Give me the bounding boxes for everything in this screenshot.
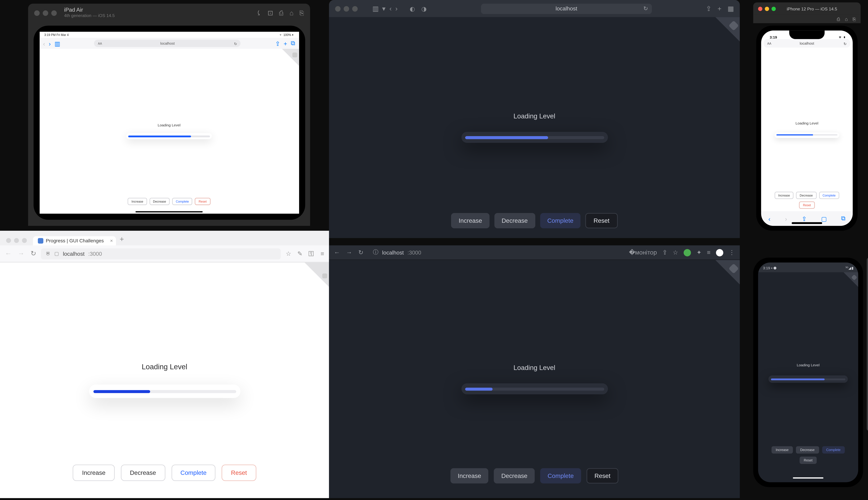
share-icon[interactable]: ⇪ <box>706 4 711 12</box>
text-size-icon[interactable]: AA <box>767 42 771 45</box>
list-icon[interactable]: ≡ <box>707 249 710 256</box>
simulator-toolbar: ⤹ ⊡ ⎙ ⌂ ⎘ <box>256 9 304 17</box>
home-icon[interactable]: ⌂ <box>845 16 848 22</box>
back-icon[interactable]: ← <box>5 250 12 258</box>
share-icon[interactable]: ⇪ <box>802 215 807 222</box>
rotate-icon[interactable]: ⎘ <box>300 9 304 17</box>
complete-button[interactable]: Complete <box>171 465 216 481</box>
sidebar-icon[interactable]: ▥ <box>373 4 378 12</box>
reload-icon[interactable]: ↻ <box>234 41 237 45</box>
site-info-icon[interactable]: ⓘ <box>373 248 378 257</box>
tabs-icon[interactable]: ⧉ <box>291 40 295 47</box>
back-icon[interactable]: ‹ <box>768 215 770 222</box>
increase-button[interactable]: Increase <box>772 446 793 454</box>
contrast-icon[interactable]: ◑ <box>421 5 427 12</box>
dropdown-icon[interactable]: ▾ <box>382 4 386 12</box>
menu-icon[interactable]: ≡ <box>320 250 324 257</box>
decrease-button[interactable]: Decrease <box>796 446 819 454</box>
back-icon[interactable]: ← <box>334 249 340 256</box>
install-icon[interactable]: �монітор <box>629 249 657 256</box>
safari-address-bar[interactable]: localhost ↻ <box>481 3 652 14</box>
complete-button[interactable]: Complete <box>540 468 581 484</box>
complete-button[interactable]: Complete <box>822 446 845 454</box>
bookmark-icon[interactable]: ☆ <box>286 250 291 257</box>
android-page-content: Loading Level Increase Decrease Complete… <box>758 272 858 474</box>
increase-button[interactable]: Increase <box>452 213 489 228</box>
increase-button[interactable]: Increase <box>128 198 147 205</box>
text-size-icon[interactable]: AA <box>98 42 102 45</box>
new-tab-icon[interactable]: + <box>284 40 287 47</box>
eyedropper-icon[interactable]: ✎ <box>297 250 302 257</box>
decrease-button[interactable]: Decrease <box>121 465 165 481</box>
window-controls[interactable] <box>335 6 358 11</box>
bookmark-icon[interactable]: ☆ <box>673 249 678 256</box>
increase-button[interactable]: Increase <box>775 192 794 199</box>
decrease-button[interactable]: Decrease <box>494 213 535 228</box>
reload-icon[interactable]: ↻ <box>643 5 648 12</box>
back-icon[interactable]: ‹ <box>389 4 392 12</box>
window-controls[interactable] <box>6 238 27 243</box>
increase-button[interactable]: Increase <box>450 468 489 484</box>
tabs-icon[interactable]: ▦ <box>728 4 734 12</box>
extension-icon[interactable]: ⚿ <box>308 250 315 257</box>
decrease-button[interactable]: Decrease <box>796 192 816 199</box>
new-tab-icon[interactable]: + <box>119 235 124 243</box>
iphone-address-bar[interactable]: AA localhost ↻ <box>764 39 850 48</box>
pointer-icon[interactable]: ⤹ <box>256 9 261 17</box>
reset-button[interactable]: Reset <box>222 465 256 481</box>
forward-icon[interactable]: → <box>346 249 352 256</box>
shield-icon[interactable]: ◐ <box>410 5 415 12</box>
back-icon[interactable]: ‹ <box>43 40 45 47</box>
android-navbar[interactable] <box>758 474 858 482</box>
iphone-device-name: iPhone 12 Pro — iOS 14.5 <box>787 7 837 11</box>
forward-icon[interactable]: › <box>785 215 787 222</box>
window-controls[interactable] <box>34 10 57 16</box>
android-statusbar: 3:19 ▪ ⬢ ⁵ᴳ◢▮ <box>758 262 858 272</box>
home-indicator[interactable] <box>136 211 203 213</box>
browser-tab[interactable]: Progress | GUI Challenges × <box>33 236 116 246</box>
extensions-icon[interactable]: ✦ <box>696 249 701 256</box>
complete-button[interactable]: Complete <box>540 213 581 228</box>
window-controls[interactable] <box>758 7 776 11</box>
profile-icon[interactable] <box>716 249 723 256</box>
complete-button[interactable]: Complete <box>819 192 839 199</box>
tabs-icon[interactable]: ⧉ <box>841 215 845 222</box>
sidebar-icon[interactable]: ▥ <box>55 40 60 47</box>
reset-button[interactable]: Reset <box>799 457 817 464</box>
share-icon[interactable]: ⇪ <box>275 40 280 47</box>
reload-icon[interactable]: ↻ <box>844 41 847 45</box>
home-indicator[interactable] <box>792 222 822 224</box>
reset-button[interactable]: Reset <box>799 201 814 209</box>
ipad-page-content: Loading Level Increase Decrease Complete… <box>39 49 299 214</box>
reset-button[interactable]: Reset <box>585 213 617 228</box>
reset-button[interactable]: Reset <box>195 198 210 205</box>
info-icon[interactable]: ▢ <box>54 251 59 257</box>
forward-icon[interactable]: → <box>18 250 24 258</box>
screenshot-icon[interactable]: ⎙ <box>837 16 840 22</box>
forward-icon[interactable]: › <box>49 40 51 47</box>
reset-button[interactable]: Reset <box>586 468 618 484</box>
url-host: localhost <box>382 249 404 255</box>
reload-icon[interactable]: ↻ <box>358 249 363 256</box>
extension-icon[interactable] <box>684 249 691 256</box>
screenshot-icon[interactable]: ⊡ <box>267 9 273 17</box>
bookmarks-icon[interactable]: ▢ <box>821 215 827 222</box>
close-tab-icon[interactable]: × <box>110 238 113 243</box>
android-frame: 3:19 ▪ ⬢ ⁵ᴳ◢▮ Loading Level Increase Dec… <box>753 258 863 487</box>
home-icon[interactable]: ⌂ <box>289 9 294 17</box>
decrease-button[interactable]: Decrease <box>494 468 535 484</box>
reload-icon[interactable]: ↻ <box>31 250 36 258</box>
share-icon[interactable]: ⇪ <box>662 249 667 256</box>
chrome-address-bar[interactable]: ⓘ localhost:3000 <box>368 248 624 257</box>
menu-icon[interactable]: ⋮ <box>729 249 735 256</box>
ipad-address-bar[interactable]: AA localhost ↻ <box>94 40 241 47</box>
firefox-address-bar[interactable]: ⛨ ▢ localhost:3000 <box>41 248 281 259</box>
forward-icon[interactable]: › <box>395 4 398 12</box>
shield-icon[interactable]: ⛨ <box>46 251 51 257</box>
decrease-button[interactable]: Decrease <box>149 198 170 205</box>
rotate-icon[interactable]: ⎘ <box>853 16 856 22</box>
new-tab-icon[interactable]: + <box>718 4 721 12</box>
complete-button[interactable]: Complete <box>172 198 193 205</box>
increase-button[interactable]: Increase <box>73 465 115 481</box>
camera-icon[interactable]: ⎙ <box>279 9 284 17</box>
